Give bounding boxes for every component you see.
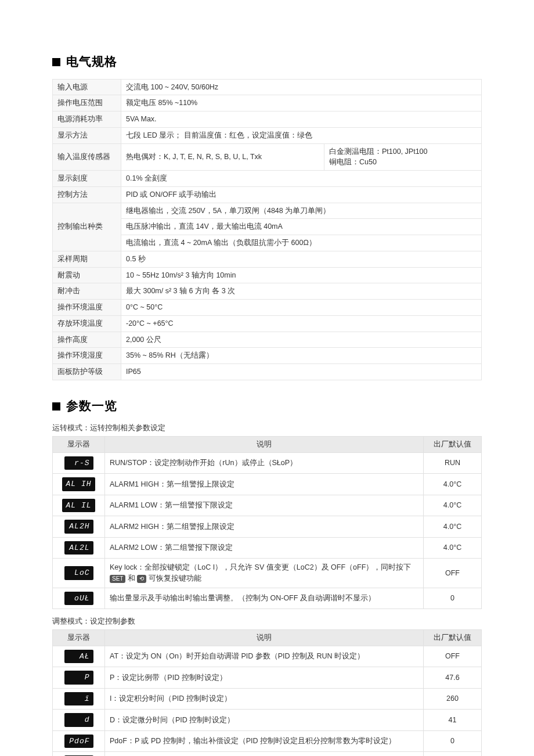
param-desc-cell: ALARM1 HIGH：第一组警报上限设定: [105, 474, 424, 495]
param-display-cell: PdoF: [53, 730, 105, 752]
param-desc-cell: ALARM2 LOW：第二组警报下限设定: [105, 537, 424, 559]
spec-value: 交流电 100 ~ 240V, 50/60Hz: [121, 79, 482, 95]
table-row: 控制输出种类 继电器输出，交流 250V，5A，单刀双闸（4848 为单刀单闸）: [53, 203, 482, 219]
param-desc-cell: Key lock：全部按键锁定（LoC I），只允许 SV 值变更（LoC2）及…: [105, 559, 424, 588]
table-header-row: 显示器 说明 出厂默认值: [53, 630, 482, 646]
seven-segment-icon: ī: [64, 692, 93, 706]
spec-label: 控制方法: [53, 186, 121, 203]
seven-segment-icon: AL2L: [64, 541, 93, 555]
param-display-cell: AŁ: [53, 646, 105, 667]
spec-label: 面板防护等级: [53, 364, 121, 380]
table-row: 控制方法 PID 或 ON/OFF 或手动输出: [53, 186, 482, 203]
param-display-cell: P: [53, 667, 105, 689]
section-title-electrical: 电气规格: [52, 52, 482, 71]
seven-segment-icon: P: [64, 671, 93, 685]
table-row: PdoFPdoF：P 或 PD 控制时，输出补偿设定（PID 控制时设定且积分控…: [53, 730, 482, 752]
param-desc-cell: ALARM2 HIGH：第二组警报上限设定: [105, 516, 424, 538]
col-display: 显示器: [53, 630, 105, 646]
table-row: 电源消耗功率 5VA Max.: [53, 111, 482, 128]
spec-label: 输入电源: [53, 79, 121, 95]
seven-segment-icon: AL IH: [62, 477, 95, 491]
spec-label: 电源消耗功率: [53, 111, 121, 128]
spec-label: 输入温度传感器: [53, 143, 121, 171]
table-row: PP：设定比例带（PID 控制时设定）47.6: [53, 667, 482, 689]
table-row: 耐冲击 最大 300m/ s² 3 轴 6 方向 各 3 次: [53, 283, 482, 300]
spec-value-line: 铜电阻：Cu50: [329, 157, 477, 168]
param-default-cell: 41: [424, 710, 482, 731]
col-desc: 说明: [105, 630, 424, 646]
spec-label: 采样周期: [53, 251, 121, 267]
table-row: 显示刻度 0.1% 全刻度: [53, 171, 482, 187]
table-row: 操作高度 2,000 公尺: [53, 332, 482, 348]
spec-value-line: 白金测温电阻：Pt100, JPt100: [329, 146, 477, 157]
table-row: AL2HALARM2 HIGH：第二组警报上限设定4.0°C: [53, 516, 482, 538]
table-row: 操作环境温度 0°C ~ 50°C: [53, 300, 482, 316]
table-row: 操作环境湿度 35% ~ 85% RH（无结露）: [53, 348, 482, 364]
param-display-cell: AL2L: [53, 537, 105, 559]
key-set-icon: SET: [110, 575, 125, 583]
seven-segment-icon: AŁ: [64, 650, 93, 664]
spec-value: 额定电压 85% ~110%: [121, 95, 482, 111]
spec-value: 白金测温电阻：Pt100, JPt100 铜电阻：Cu50: [324, 143, 482, 171]
param-display-cell: ī: [53, 688, 105, 710]
param-default-cell: 0: [424, 752, 482, 756]
table-row: 输入温度传感器 热电偶对：K, J, T, E, N, R, S, B, U, …: [53, 143, 482, 171]
table-row: īoFioF：PID 控制时，当积分控制常数不为零时，积分量的默认值，AT 可自…: [53, 752, 482, 756]
adjust-mode-table: 显示器 说明 出厂默认值 AŁAT：设定为 ON（On）时开始自动调谐 PID …: [52, 629, 482, 756]
param-default-cell: RUN: [424, 452, 482, 474]
spec-value: 热电偶对：K, J, T, E, N, R, S, B, U, L, Txk: [121, 143, 324, 171]
col-default: 出厂默认值: [424, 630, 482, 646]
param-desc-cell: 输出量显示及手动输出时输出量调整。（控制为 ON-OFF 及自动调谐时不显示）: [105, 588, 424, 609]
param-display-cell: AL IH: [53, 474, 105, 495]
table-row: AŁAT：设定为 ON（On）时开始自动调谐 PID 参数（PID 控制及 RU…: [53, 646, 482, 667]
spec-value: 0°C ~ 50°C: [121, 300, 482, 316]
run-mode-table: 显示器 说明 出厂默认值 r-SRUN/STOP：设定控制动作开始（rUn）或停…: [52, 436, 482, 609]
section-title-params: 参数一览: [52, 397, 482, 415]
table-row: r-SRUN/STOP：设定控制动作开始（rUn）或停止（SŁoP）RUN: [53, 452, 482, 474]
spec-value: 5VA Max.: [121, 111, 482, 128]
col-desc: 说明: [105, 437, 424, 453]
param-default-cell: OFF: [424, 646, 482, 667]
param-desc-cell: I：设定积分时间（PID 控制时设定）: [105, 688, 424, 710]
spec-label: 显示方法: [53, 127, 121, 143]
col-default: 出厂默认值: [424, 437, 482, 453]
seven-segment-icon: d: [64, 713, 93, 727]
bullet-icon: [52, 402, 60, 411]
seven-segment-icon: r-S: [64, 456, 93, 470]
section-title-params-text: 参数一览: [66, 399, 117, 412]
spec-label: 操作环境湿度: [53, 348, 121, 364]
spec-value: 0.5 秒: [121, 251, 482, 267]
param-desc-cell: PdoF：P 或 PD 控制时，输出补偿设定（PID 控制时设定且积分控制常数为…: [105, 730, 424, 752]
table-row: LoCKey lock：全部按键锁定（LoC I），只允许 SV 值变更（LoC…: [53, 559, 482, 588]
spec-value: 2,000 公尺: [121, 332, 482, 348]
table-row: 采样周期 0.5 秒: [53, 251, 482, 267]
param-default-cell: 47.6: [424, 667, 482, 689]
table-row: 面板防护等级 IP65: [53, 364, 482, 380]
spec-label: 操作高度: [53, 332, 121, 348]
param-display-cell: LoC: [53, 559, 105, 588]
key-loop-icon: ⟲: [137, 575, 146, 583]
param-default-cell: 0: [424, 588, 482, 609]
spec-value: 电压脉冲输出，直流 14V，最大输出电流 40mA: [121, 219, 482, 235]
param-default-cell: 4.0°C: [424, 495, 482, 516]
spec-label: 耐冲击: [53, 283, 121, 300]
spec-value: -20°C ~ +65°C: [121, 315, 482, 332]
param-display-cell: oUŁ: [53, 588, 105, 609]
param-default-cell: OFF: [424, 559, 482, 588]
seven-segment-icon: PdoF: [64, 735, 93, 748]
spec-value: 35% ~ 85% RH（无结露）: [121, 348, 482, 364]
spec-value: PID 或 ON/OFF 或手动输出: [121, 186, 482, 203]
spec-value: 七段 LED 显示； 目前温度值：红色，设定温度值：绿色: [121, 127, 482, 143]
spec-value: 最大 300m/ s² 3 轴 6 方向 各 3 次: [121, 283, 482, 300]
table-row: 耐震动 10 ~ 55Hz 10m/s² 3 轴方向 10min: [53, 267, 482, 283]
table-row: AL IHALARM1 HIGH：第一组警报上限设定4.0°C: [53, 474, 482, 495]
adjust-mode-caption: 调整模式：设定控制参数: [52, 616, 482, 627]
spec-value: 10 ~ 55Hz 10m/s² 3 轴方向 10min: [121, 267, 482, 283]
table-row: 存放环境温度 -20°C ~ +65°C: [53, 315, 482, 332]
table-row: AL ILALARM1 LOW：第一组警报下限设定4.0°C: [53, 495, 482, 516]
param-desc-cell: ALARM1 LOW：第一组警报下限设定: [105, 495, 424, 516]
table-row: 输入电源 交流电 100 ~ 240V, 50/60Hz: [53, 79, 482, 95]
param-desc-cell: P：设定比例带（PID 控制时设定）: [105, 667, 424, 689]
section-title-electrical-text: 电气规格: [66, 55, 117, 68]
param-default-cell: 260: [424, 688, 482, 710]
